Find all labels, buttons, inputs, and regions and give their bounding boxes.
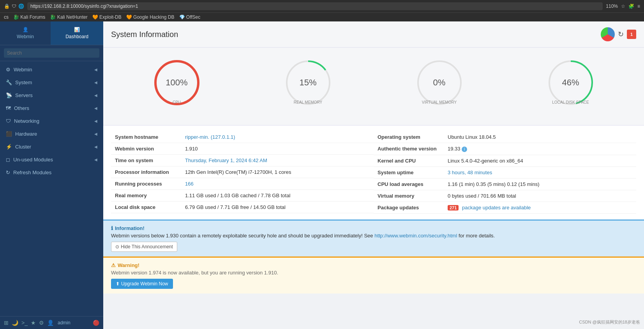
main-content: System Information ↻ 1 100% CPU bbox=[103, 21, 644, 329]
chevron-icon-unused: ◀ bbox=[94, 157, 97, 162]
upgrade-webmin-button[interactable]: ⬆ Upgrade Webmin Now bbox=[111, 279, 173, 289]
kernel-value: Linux 5.4.0-42-generic on x86_64 bbox=[448, 158, 523, 164]
processor-value: 12th Gen Intel(R) Core(TM) i7-12700H, 1 … bbox=[185, 169, 291, 175]
alert-warning-text: Webmin version 1.974 is now available, b… bbox=[111, 270, 636, 276]
package-updates-link[interactable]: package updates are available bbox=[462, 205, 531, 210]
grid-icon[interactable]: ⊞ bbox=[4, 320, 9, 326]
sidebar-item-networking[interactable]: 🛡 Networking ◀ bbox=[0, 115, 103, 127]
browser-bar: 🔒 🛡 🌐 https://192.168.2.8:10000/sysinfo.… bbox=[0, 0, 644, 12]
security-link[interactable]: http://www.webmin.com/security.html bbox=[374, 233, 457, 239]
bookmark-kali-forums[interactable]: 🐉 Kali Forums bbox=[13, 14, 45, 20]
info-row-hostname: System hostname ripper-min. (127.0.1.1) bbox=[111, 131, 374, 143]
bookmark-exploit-db[interactable]: 🧡 Exploit-DB bbox=[92, 14, 122, 20]
others-icon: 🗺 bbox=[6, 105, 11, 111]
gauges-section: 100% CPU 15% REAL MEMORY bbox=[103, 48, 644, 126]
virtual-memory-gauge-wrapper: 0% VIRTUAL MEMORY bbox=[412, 55, 467, 110]
settings-icon[interactable]: ⚙ bbox=[39, 320, 44, 326]
uptime-link[interactable]: 3 hours, 48 minutes bbox=[448, 170, 492, 175]
processes-link[interactable]: 166 bbox=[185, 181, 194, 187]
bookmark-cs[interactable]: cs bbox=[4, 14, 9, 20]
local-disk-value: 6.79 GB used / 7.71 GB free / 14.50 GB t… bbox=[185, 204, 286, 210]
terminal-icon[interactable]: >_ bbox=[21, 320, 28, 326]
sidebar-dashboard-btn[interactable]: 📊 Dashboard bbox=[51, 21, 103, 45]
header-controls: ↻ 1 bbox=[601, 27, 636, 41]
uptime-label: System uptime bbox=[378, 170, 448, 175]
sidebar-item-cluster-label: Cluster bbox=[15, 144, 31, 150]
virtual-memory-gauge: 0% VIRTUAL MEMORY bbox=[412, 55, 467, 117]
hide-announcement-button[interactable]: ⊙ Hide This Announcement bbox=[111, 242, 177, 252]
local-disk-gauge-value: 46% bbox=[562, 78, 579, 88]
sidebar-item-unused-modules[interactable]: ◻ Un-used Modules ◀ bbox=[0, 153, 103, 166]
chevron-icon-networking: ◀ bbox=[94, 119, 97, 123]
sidebar-item-others-label: Others bbox=[14, 105, 29, 111]
upgrade-btn-label: Upgrade Webmin Now bbox=[121, 281, 168, 287]
time-link[interactable]: Thursday, February 1, 2024 6:42 AM bbox=[185, 157, 267, 163]
theme-version-label: Authentic theme version bbox=[378, 146, 448, 152]
bookmark-google-hacking-db[interactable]: 🧡 Google Hacking DB bbox=[126, 14, 175, 20]
hostname-link[interactable]: ripper-min. (127.0.1.1) bbox=[185, 134, 235, 140]
sidebar-item-hardware[interactable]: ⬛ Hardware ◀ bbox=[0, 127, 103, 140]
cpu-gauge-value: 100% bbox=[166, 78, 187, 88]
hostname-value: ripper-min. (127.0.1.1) bbox=[185, 134, 235, 140]
real-memory-gauge-sublabel: REAL MEMORY bbox=[294, 100, 322, 104]
cpu-load-value: 1.16 (1 min) 0.35 (5 mins) 0.12 (15 mins… bbox=[448, 181, 540, 187]
info-right-col: Operating system Ubuntu Linux 18.04.5 Au… bbox=[374, 131, 636, 214]
hide-announcement-label: Hide This Announcement bbox=[121, 244, 173, 249]
processes-label: Running processes bbox=[115, 181, 185, 187]
sidebar-item-webmin[interactable]: ⚙ Webmin ◀ bbox=[0, 63, 103, 76]
sidebar: 👤 Webmin 📊 Dashboard ⚙ Webmin ◀ 🔧 bbox=[0, 21, 103, 329]
info-row-cpu-load: CPU load averages 1.16 (1 min) 0.35 (5 m… bbox=[374, 179, 636, 190]
bookmark-icon[interactable]: ☆ bbox=[621, 4, 625, 9]
servers-icon: 📡 bbox=[6, 92, 12, 98]
cpu-gauge-sublabel: CPU bbox=[173, 100, 181, 104]
sidebar-footer: ⊞ 🌙 >_ ★ ⚙ 👤 admin 🔴 bbox=[0, 316, 103, 329]
cpu-load-label: CPU load averages bbox=[378, 181, 448, 187]
star-icon[interactable]: ★ bbox=[31, 320, 36, 326]
logout-icon[interactable]: 🔴 bbox=[93, 320, 99, 326]
sidebar-item-servers[interactable]: 📡 Servers ◀ bbox=[0, 89, 103, 102]
sidebar-webmin-btn[interactable]: 👤 Webmin bbox=[0, 21, 51, 45]
theme-info-icon[interactable]: i bbox=[462, 147, 467, 152]
shield-icon: 🛡 bbox=[12, 4, 16, 9]
zoom-badge: 110% bbox=[606, 4, 618, 9]
theme-version-value: 19.33 i bbox=[448, 146, 467, 152]
menu-icon[interactable]: ≡ bbox=[637, 4, 640, 9]
sidebar-item-refresh-label: Refresh Modules bbox=[13, 170, 51, 175]
admin-label: admin bbox=[58, 320, 71, 325]
sidebar-item-system[interactable]: 🔧 System ◀ bbox=[0, 76, 103, 89]
moon-icon[interactable]: 🌙 bbox=[12, 320, 18, 326]
address-bar[interactable]: https://192.168.2.8:10000/sysinfo.cgi?xn… bbox=[27, 2, 603, 10]
info-row-package-updates: Package updates 271 package updates are … bbox=[374, 202, 636, 214]
bookmark-kali-nethunter[interactable]: 🐉 Kali NetHunter bbox=[50, 14, 87, 20]
sidebar-item-unused-label: Un-used Modules bbox=[13, 157, 53, 163]
dashboard-label: Dashboard bbox=[65, 34, 88, 39]
bookmark-offsec[interactable]: 💎 OffSec bbox=[179, 14, 201, 20]
info-icon: ℹ bbox=[111, 225, 113, 231]
info-row-local-disk: Local disk space 6.79 GB used / 7.71 GB … bbox=[111, 202, 374, 213]
notification-button[interactable]: 1 bbox=[627, 30, 636, 39]
refresh-button[interactable]: ↻ bbox=[618, 30, 624, 39]
extension-icon[interactable]: 🧩 bbox=[628, 4, 634, 9]
main-header: System Information ↻ 1 bbox=[103, 21, 644, 48]
sidebar-item-servers-label: Servers bbox=[15, 92, 33, 98]
local-disk-gauge-sublabel: LOCAL DISK SPACE bbox=[552, 100, 589, 104]
uptime-value: 3 hours, 48 minutes bbox=[448, 170, 492, 175]
user-icon[interactable]: 👤 bbox=[47, 320, 54, 326]
hardware-icon: ⬛ bbox=[6, 131, 12, 137]
kernel-label: Kernel and CPU bbox=[378, 158, 448, 164]
sidebar-item-cluster[interactable]: ⚡ Cluster ◀ bbox=[0, 140, 103, 153]
search-input[interactable] bbox=[4, 48, 99, 58]
package-updates-badge: 271 bbox=[448, 205, 459, 210]
alert-warning-title: ⚠ Warning! bbox=[111, 262, 636, 268]
sidebar-item-others[interactable]: 🗺 Others ◀ bbox=[0, 102, 103, 115]
info-row-processes: Running processes 166 bbox=[111, 178, 374, 190]
virtual-memory-gauge-value: 0% bbox=[433, 78, 446, 88]
sidebar-item-refresh-modules[interactable]: ↻ Refresh Modules bbox=[0, 166, 103, 179]
package-updates-value: 271 package updates are available bbox=[448, 205, 531, 210]
info-row-processor: Processor information 12th Gen Intel(R) … bbox=[111, 166, 374, 178]
chevron-icon-system: ◀ bbox=[94, 80, 97, 85]
real-memory-gauge-wrapper: 15% REAL MEMORY bbox=[281, 55, 335, 110]
unused-icon: ◻ bbox=[6, 157, 10, 163]
page-title: System Information bbox=[111, 30, 178, 39]
sidebar-search-container bbox=[0, 45, 103, 61]
